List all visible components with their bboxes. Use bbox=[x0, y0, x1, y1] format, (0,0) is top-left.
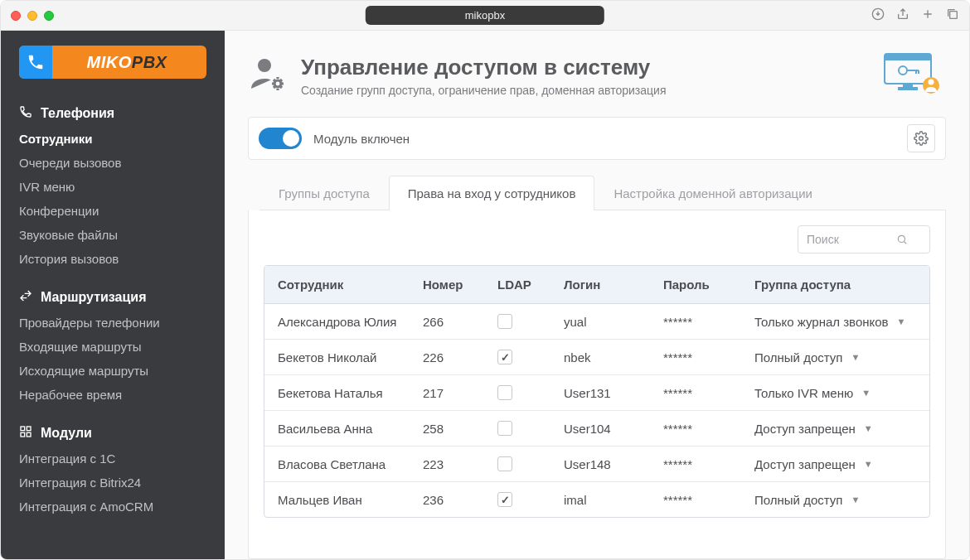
tab[interactable]: Права на вход у сотрудников bbox=[389, 176, 595, 210]
cell-password[interactable]: ****** bbox=[663, 315, 754, 329]
nav-section-icon bbox=[19, 105, 32, 122]
page-subtitle: Создание групп доступа, ограничение прав… bbox=[301, 84, 666, 97]
ldap-checkbox[interactable] bbox=[497, 350, 512, 364]
ldap-checkbox[interactable] bbox=[497, 492, 512, 507]
cell-login[interactable]: User148 bbox=[564, 457, 663, 471]
chevron-down-icon: ▼ bbox=[897, 316, 906, 326]
group-dropdown[interactable]: Доступ запрещен▼ bbox=[754, 422, 873, 436]
sidebar-item[interactable]: Сотрудники bbox=[19, 127, 206, 151]
svg-rect-1 bbox=[950, 11, 958, 18]
module-toggle[interactable] bbox=[259, 128, 302, 149]
table-row: Мальцев Иван236imal******Полный доступ▼ bbox=[264, 482, 929, 517]
cell-group: Полный доступ▼ bbox=[754, 350, 916, 364]
sidebar-item[interactable]: Интеграция с Bitrix24 bbox=[19, 471, 206, 495]
maximize-window-button[interactable] bbox=[44, 11, 54, 21]
cell-name: Бекетова Наталья bbox=[278, 386, 423, 400]
sidebar-item[interactable]: Интеграция с 1C bbox=[19, 447, 206, 471]
cell-ldap bbox=[497, 385, 564, 400]
sidebar-item[interactable]: Нерабочее время bbox=[19, 383, 206, 407]
group-dropdown[interactable]: Полный доступ▼ bbox=[754, 493, 860, 507]
sidebar-item[interactable]: IVR меню bbox=[19, 175, 206, 199]
ldap-checkbox[interactable] bbox=[497, 385, 512, 400]
cell-number: 217 bbox=[423, 386, 497, 400]
app-window: mikopbx MIK bbox=[0, 0, 970, 560]
phone-icon bbox=[19, 46, 52, 79]
cell-login[interactable]: yual bbox=[564, 315, 663, 329]
cell-login[interactable]: User104 bbox=[564, 422, 663, 436]
share-icon[interactable] bbox=[896, 7, 909, 24]
cell-password[interactable]: ****** bbox=[663, 422, 754, 436]
group-dropdown-label: Доступ запрещен bbox=[754, 422, 856, 436]
sidebar-item[interactable]: История вызовов bbox=[19, 247, 206, 271]
svg-point-14 bbox=[929, 80, 934, 85]
nav-section-header[interactable]: Телефония bbox=[19, 105, 206, 122]
group-dropdown[interactable]: Полный доступ▼ bbox=[754, 350, 860, 364]
nav-section-icon bbox=[19, 289, 32, 306]
cell-number: 226 bbox=[423, 350, 497, 364]
cell-ldap bbox=[497, 421, 564, 436]
employees-table: Сотрудник Номер LDAP Логин Пароль Группа… bbox=[264, 265, 930, 518]
ldap-checkbox[interactable] bbox=[497, 421, 512, 436]
chevron-down-icon: ▼ bbox=[851, 495, 860, 504]
new-tab-icon[interactable] bbox=[921, 7, 934, 24]
tab[interactable]: Настройка доменной авторизации bbox=[594, 176, 832, 210]
svg-point-6 bbox=[258, 59, 271, 72]
nav-section-header[interactable]: Модули bbox=[19, 425, 206, 442]
cell-password[interactable]: ****** bbox=[663, 350, 754, 364]
download-icon[interactable] bbox=[871, 7, 885, 24]
cell-ldap bbox=[497, 456, 564, 471]
window-controls bbox=[11, 11, 54, 21]
cell-password[interactable]: ****** bbox=[663, 493, 754, 507]
cell-number: 258 bbox=[423, 422, 497, 436]
chevron-down-icon: ▼ bbox=[864, 459, 873, 469]
address-bar[interactable]: mikopbx bbox=[366, 6, 604, 25]
nav-section-title: Маршрутизация bbox=[41, 290, 147, 305]
sidebar-item[interactable]: Входящие маршруты bbox=[19, 335, 206, 359]
module-settings-button[interactable] bbox=[907, 124, 935, 152]
sidebar-item[interactable]: Интеграция с AmoCRM bbox=[19, 495, 206, 519]
nav-section: МаршрутизацияПровайдеры телефонииВходящи… bbox=[1, 274, 225, 410]
cell-ldap bbox=[497, 314, 564, 329]
group-dropdown-label: Полный доступ bbox=[754, 493, 842, 507]
col-ldap: LDAP bbox=[497, 278, 564, 292]
cell-name: Бекетов Николай bbox=[278, 350, 423, 364]
cell-password[interactable]: ****** bbox=[663, 457, 754, 471]
search-input-wrapper[interactable] bbox=[798, 225, 930, 253]
cell-login[interactable]: User131 bbox=[564, 386, 663, 400]
cell-password[interactable]: ****** bbox=[663, 386, 754, 400]
nav-section-title: Модули bbox=[41, 426, 92, 441]
tabs-icon[interactable] bbox=[946, 7, 959, 24]
group-dropdown-label: Только IVR меню bbox=[754, 386, 853, 400]
sidebar-item[interactable]: Провайдеры телефонии bbox=[19, 311, 206, 335]
group-dropdown[interactable]: Только журнал звонков▼ bbox=[754, 315, 905, 329]
nav-section-icon bbox=[19, 425, 32, 442]
col-group: Группа доступа bbox=[754, 278, 916, 292]
tab-panel: Сотрудник Номер LDAP Логин Пароль Группа… bbox=[248, 210, 946, 559]
cell-login[interactable]: imal bbox=[564, 493, 663, 507]
group-dropdown[interactable]: Только IVR меню▼ bbox=[754, 386, 871, 400]
sidebar-item[interactable]: Исходящие маршруты bbox=[19, 359, 206, 383]
ldap-checkbox[interactable] bbox=[497, 314, 512, 329]
nav-section-header[interactable]: Маршрутизация bbox=[19, 289, 206, 306]
group-dropdown[interactable]: Доступ запрещен▼ bbox=[754, 457, 873, 471]
search-input[interactable] bbox=[807, 233, 890, 246]
col-name: Сотрудник bbox=[278, 278, 423, 292]
minimize-window-button[interactable] bbox=[27, 11, 37, 21]
sidebar-item[interactable]: Звуковые файлы bbox=[19, 223, 206, 247]
tab[interactable]: Группы доступа bbox=[259, 176, 389, 210]
close-window-button[interactable] bbox=[11, 11, 21, 21]
logo[interactable]: MIKOPBX bbox=[1, 46, 225, 90]
nav-section: ТелефонияСотрудникиОчереди вызововIVR ме… bbox=[1, 90, 225, 274]
cell-name: Мальцев Иван bbox=[278, 493, 423, 507]
svg-rect-4 bbox=[21, 432, 25, 437]
cell-number: 223 bbox=[423, 457, 497, 471]
cell-name: Власова Светлана bbox=[278, 457, 423, 471]
ldap-checkbox[interactable] bbox=[497, 456, 512, 471]
cell-login[interactable]: nbek bbox=[564, 350, 663, 364]
svg-point-7 bbox=[274, 80, 281, 87]
page-header: Управление доступом в систему Создание г… bbox=[248, 49, 946, 102]
sidebar-item[interactable]: Очереди вызовов bbox=[19, 151, 206, 175]
svg-rect-11 bbox=[903, 84, 913, 87]
sidebar-item[interactable]: Конференции bbox=[19, 199, 206, 223]
module-status-label: Модуль включен bbox=[313, 132, 410, 146]
